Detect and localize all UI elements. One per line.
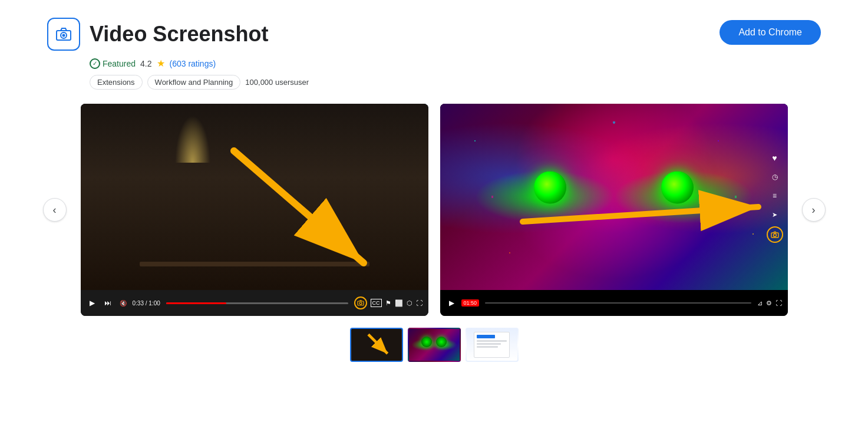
- play-button[interactable]: ▶: [87, 297, 98, 309]
- svg-point-8: [773, 234, 776, 237]
- thumbnail-1[interactable]: [350, 328, 403, 362]
- tags-row: Extensions Workflow and Planning 100,000…: [90, 75, 821, 90]
- lamp-light: [175, 116, 210, 163]
- page-container: Video Screenshot Add to Chrome ✓ Feature…: [0, 0, 868, 380]
- thumbnail-3[interactable]: [466, 328, 519, 362]
- prev-arrow-button[interactable]: ‹: [43, 198, 67, 222]
- desk-scene: [81, 104, 428, 290]
- extension-icon: [47, 18, 80, 51]
- thumb-1-content: [351, 329, 402, 361]
- chevron-left-icon: ‹: [53, 204, 57, 216]
- time-display: 0:33 / 1:00: [133, 300, 160, 307]
- progress-bar-2[interactable]: [485, 302, 751, 304]
- thumbnail-2[interactable]: [408, 328, 461, 362]
- screenshots-container: ▶ ⏭ 🔇 0:33 / 1:00: [81, 104, 788, 316]
- tag-workflow[interactable]: Workflow and Planning: [147, 75, 241, 90]
- pip-button[interactable]: ⬜: [395, 299, 403, 307]
- video-controls-2: ▶ 01:50 ⊿ ⚙ ⛶: [440, 290, 788, 316]
- header-left: Video Screenshot: [47, 18, 268, 51]
- next-button[interactable]: ⏭: [102, 297, 114, 309]
- screenshots-area: ‹: [47, 104, 821, 316]
- screenshot-2: ♥ ◷ ≡ ➤: [440, 104, 788, 316]
- side-icons-panel: ♥ ◷ ≡ ➤: [767, 151, 783, 243]
- thumbnails-row: [47, 328, 821, 362]
- tag-extensions[interactable]: Extensions: [90, 75, 143, 90]
- svg-rect-11: [352, 329, 401, 361]
- thumb-3-content: [467, 329, 517, 361]
- screenshot-1: ▶ ⏭ 🔇 0:33 / 1:00: [81, 104, 428, 316]
- extension-title: Video Screenshot: [90, 22, 268, 47]
- clock-icon[interactable]: ◷: [768, 170, 782, 184]
- rating-value: 4.2: [140, 59, 151, 68]
- desk-surface: [140, 262, 369, 266]
- video-scene-2: ♥ ◷ ≡ ➤: [440, 104, 788, 290]
- fullscreen-button[interactable]: ⛶: [416, 299, 423, 307]
- featured-icon: ✓: [90, 58, 100, 69]
- meta-row: ✓ Featured 4.2 ★ (603 ratings): [90, 58, 821, 69]
- star-icon: ★: [157, 58, 165, 69]
- play-icon-2: ▶: [449, 299, 454, 307]
- header: Video Screenshot Add to Chrome: [47, 18, 821, 51]
- mute-icon: 🔇: [120, 300, 127, 307]
- cc-button[interactable]: CC: [371, 299, 382, 307]
- play-icon: ▶: [90, 299, 95, 307]
- cast-button[interactable]: ⬡: [407, 299, 412, 307]
- progress-fill: [166, 302, 226, 304]
- ratings-link[interactable]: (603 ratings): [170, 59, 216, 68]
- next-icon: ⏭: [104, 299, 111, 307]
- svg-point-2: [62, 34, 65, 37]
- right-eye: [661, 172, 694, 204]
- annotation-button[interactable]: ⚑: [385, 299, 391, 307]
- featured-label: Featured: [103, 59, 136, 68]
- progress-bar[interactable]: [166, 302, 348, 304]
- play-button-2[interactable]: ▶: [446, 297, 458, 309]
- layers-icon[interactable]: ≡: [768, 189, 782, 203]
- heart-icon[interactable]: ♥: [768, 151, 782, 165]
- fullscreen-icon[interactable]: ⛶: [775, 299, 782, 307]
- settings-icon[interactable]: ⚙: [766, 299, 772, 307]
- thumb-2-content: [409, 329, 460, 361]
- volume-icon[interactable]: ⊿: [757, 299, 763, 307]
- screenshot-button-1[interactable]: [354, 296, 367, 309]
- video-scene-1: [81, 104, 428, 290]
- svg-point-6: [359, 302, 362, 305]
- mute-button[interactable]: 🔇: [117, 297, 129, 309]
- featured-badge: ✓ Featured: [90, 58, 136, 69]
- chevron-right-icon: ›: [812, 204, 816, 216]
- time-badge: 01:50: [461, 299, 480, 307]
- next-arrow-button[interactable]: ›: [802, 198, 826, 222]
- video-controls-1: ▶ ⏭ 🔇 0:33 / 1:00: [81, 290, 428, 316]
- send-icon[interactable]: ➤: [768, 207, 782, 222]
- particles: [440, 104, 788, 290]
- add-to-chrome-button[interactable]: Add to Chrome: [720, 20, 821, 45]
- users-count: 100,000 usersuser: [245, 78, 309, 87]
- left-eye: [534, 172, 566, 204]
- screenshot-button-side[interactable]: [767, 226, 783, 243]
